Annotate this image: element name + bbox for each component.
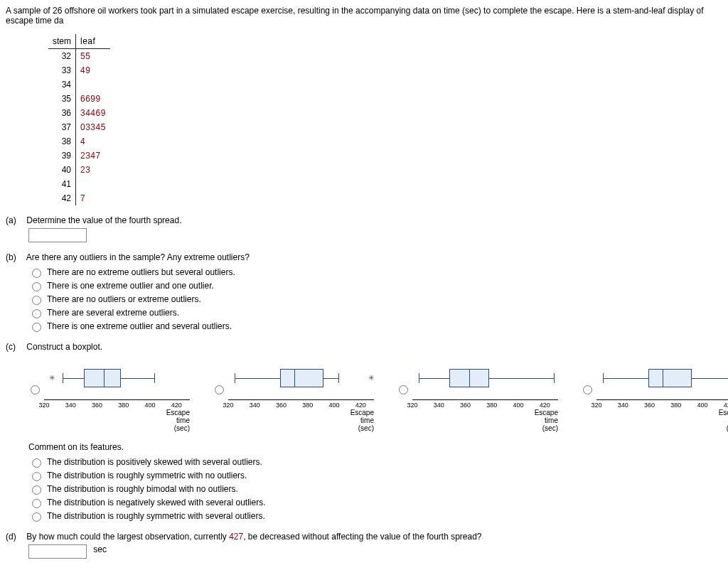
part-d-text-after: , be decreased without affecting the val… — [243, 532, 481, 542]
stem-cell: 41 — [48, 177, 76, 191]
part-a-input[interactable] — [28, 228, 87, 242]
stem-cell: 40 — [48, 163, 76, 177]
axis-tick: 360 — [644, 402, 655, 409]
part-b-option-radio[interactable] — [32, 309, 41, 318]
axis-label: Escapetime(sec) — [228, 409, 374, 432]
stem-cell: 35 — [48, 92, 76, 106]
stem-cell: 32 — [48, 49, 76, 64]
part-c-option-radio[interactable] — [32, 458, 41, 468]
part-c-option-label: The distribution is positively skewed wi… — [47, 457, 262, 467]
boxplot-option: 320340360380400420Escapetime(sec) — [395, 360, 558, 432]
boxplot-option: ✳320340360380400420Escapetime(sec) — [27, 360, 190, 432]
leaf-cell: 6699 — [76, 92, 110, 106]
part-b-option-label: There are several extreme outliers. — [47, 308, 179, 318]
axis-label: Escapetime(sec) — [44, 409, 190, 432]
stem-cell: 42 — [48, 191, 76, 205]
axis-label: Escapetime(sec) — [412, 409, 558, 432]
part-d: (d) By how much could the largest observ… — [6, 532, 722, 559]
part-c-comment-prompt: Comment on its features. — [28, 442, 722, 452]
axis-tick: 340 — [65, 402, 76, 409]
stem-cell: 37 — [48, 120, 76, 134]
axis-tick: 380 — [118, 402, 129, 409]
part-a-label: (a) — [6, 215, 24, 225]
axis-tick: 400 — [697, 402, 708, 409]
problem-intro: A sample of 26 offshore oil workers took… — [6, 6, 722, 26]
part-b-option-radio[interactable] — [32, 323, 41, 332]
leaf-cell — [76, 177, 110, 191]
part-b-option: There are no extreme outliers but severa… — [28, 267, 722, 278]
leaf-cell: 2347 — [76, 149, 110, 163]
part-c-option: The distribution is roughly symmetric wi… — [28, 510, 722, 522]
leaf-cell — [76, 77, 110, 92]
axis-tick: 320 — [223, 402, 233, 409]
part-b-option-radio[interactable] — [32, 282, 41, 291]
axis-tick: 380 — [670, 402, 681, 409]
boxplot-option: 320340360380400420Escapetime(sec) — [579, 360, 728, 432]
boxplot-chart: ✳ — [228, 360, 374, 400]
part-c-option-radio[interactable] — [32, 485, 41, 495]
leaf-cell: 34469 — [76, 106, 110, 120]
part-b-option: There is one extreme outlier and several… — [28, 321, 722, 332]
part-a-text: Determine the value of the fourth spread… — [26, 215, 181, 225]
boxplot-radio[interactable] — [31, 385, 40, 394]
leaf-cell: 7 — [76, 191, 110, 205]
axis-tick: 420 — [171, 402, 182, 409]
boxplot-option: ✳320340360380400420Escapetime(sec) — [211, 360, 374, 432]
part-b-text: Are there any outliers in the sample? An… — [26, 252, 250, 262]
axis-tick: 400 — [513, 402, 524, 409]
part-c-option: The distribution is roughly symmetric wi… — [28, 470, 722, 481]
part-b-option-label: There is one extreme outlier and one out… — [47, 281, 214, 291]
axis-tick: 320 — [38, 402, 49, 409]
axis-tick: 360 — [92, 402, 102, 409]
part-b-option-radio[interactable] — [32, 296, 41, 305]
axis-tick: 420 — [724, 402, 728, 409]
part-d-text-before: By how much could the largest observatio… — [26, 532, 229, 542]
stem-cell: 39 — [48, 149, 76, 163]
part-b-option: There is one extreme outlier and one out… — [28, 280, 722, 291]
part-a: (a) Determine the value of the fourth sp… — [6, 215, 722, 242]
boxplot-radio[interactable] — [215, 385, 224, 394]
axis-tick: 380 — [302, 402, 313, 409]
axis-tick: 360 — [460, 402, 471, 409]
part-b-option-label: There are no extreme outliers but severa… — [47, 267, 235, 277]
part-c-option-radio[interactable] — [32, 472, 41, 481]
stem-cell: 34 — [48, 77, 76, 92]
part-d-unit: sec — [93, 544, 107, 554]
leaf-cell: 55 — [76, 49, 110, 64]
axis-label: Escapetime(sec) — [596, 409, 728, 432]
part-c-option-label: The distribution is roughly symmetric wi… — [47, 471, 247, 480]
axis-tick: 320 — [591, 402, 601, 409]
leaf-cell: 03345 — [76, 120, 110, 134]
part-c-option-radio[interactable] — [32, 499, 41, 508]
part-c-option-label: The distribution is negatively skewed wi… — [47, 498, 265, 507]
axis-tick: 420 — [540, 402, 550, 409]
axis-tick: 420 — [355, 402, 366, 409]
axis-tick: 340 — [618, 402, 628, 409]
part-b-option-radio[interactable] — [32, 269, 41, 278]
part-d-input[interactable] — [28, 544, 87, 559]
part-c-text: Construct a boxplot. — [26, 342, 102, 352]
part-c-option: The distribution is roughly bimodal with… — [28, 483, 722, 495]
part-b-label: (b) — [6, 252, 24, 262]
leaf-header: leaf — [76, 34, 110, 49]
part-b-option-label: There are no outliers or extreme outlier… — [47, 294, 201, 304]
part-d-value: 427 — [229, 532, 243, 542]
axis-tick: 360 — [276, 402, 287, 409]
boxplot-radio[interactable] — [583, 385, 592, 394]
leaf-cell: 4 — [76, 134, 110, 149]
boxplot-chart: ✳ — [44, 360, 190, 400]
part-b-option: There are no outliers or extreme outlier… — [28, 294, 722, 305]
boxplot-chart — [596, 360, 728, 400]
axis-tick: 400 — [329, 402, 340, 409]
stem-leaf-table: stem leaf 325533493435669936344693703345… — [48, 34, 110, 205]
part-c-option-radio[interactable] — [32, 512, 41, 522]
boxplot-chart — [412, 360, 558, 400]
axis-tick: 340 — [250, 402, 260, 409]
axis-tick: 340 — [434, 402, 444, 409]
boxplot-radio[interactable] — [399, 385, 408, 394]
axis-tick: 320 — [407, 402, 417, 409]
part-c-label: (c) — [6, 342, 24, 352]
part-c-option-label: The distribution is roughly bimodal with… — [47, 484, 238, 494]
axis-tick: 400 — [145, 402, 156, 409]
stem-cell: 38 — [48, 134, 76, 149]
